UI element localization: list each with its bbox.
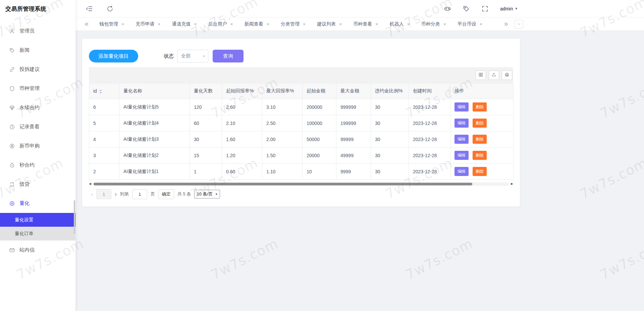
collapse-sidebar-button[interactable] <box>86 5 93 12</box>
sidebar-item-mail[interactable]: 站内信 <box>0 240 75 260</box>
export-button[interactable] <box>489 71 499 80</box>
sidebar-item-quant-settings[interactable]: 量化设置 <box>0 213 75 227</box>
sidebar-item-admin[interactable]: 管理员 <box>0 21 75 41</box>
tab-close-icon[interactable]: × <box>158 22 160 27</box>
tab-label: 后台用户 <box>208 21 227 27</box>
scroll-right-arrow-icon[interactable]: ▶ <box>511 182 513 185</box>
sidebar-scrollbar[interactable] <box>74 200 75 234</box>
sidebar-item-label: 投拆建议 <box>19 66 40 73</box>
tab-5[interactable]: 新闻查看× <box>239 17 275 31</box>
sidebar-item-new-coin[interactable]: 新币申购 <box>0 136 75 156</box>
tab-close-icon[interactable]: × <box>480 22 482 27</box>
delete-button[interactable]: 删除 <box>473 135 487 144</box>
tab-10[interactable]: 币种分类× <box>416 17 452 31</box>
scroll-left-arrow-icon[interactable]: ◀ <box>89 182 91 185</box>
prev-page-button[interactable]: ‹ <box>91 191 93 198</box>
tab-3[interactable]: 通道充值× <box>166 17 202 31</box>
sidebar-item-label: 永续合约 <box>19 104 40 111</box>
columns-icon <box>478 72 483 77</box>
search-button[interactable]: 查询 <box>213 50 244 62</box>
user-menu[interactable]: admin ▾ <box>500 6 517 11</box>
delete-button[interactable]: 删除 <box>473 102 487 112</box>
topbar: admin ▾ <box>75 0 644 17</box>
delete-button[interactable]: 删除 <box>473 167 487 176</box>
sidebar-item-perpetual[interactable]: 永续合约 <box>0 98 75 117</box>
target-icon <box>9 201 15 207</box>
gamepad-icon[interactable] <box>444 5 451 12</box>
edit-button[interactable]: 编辑 <box>454 135 469 144</box>
current-page-button[interactable]: 1 <box>96 189 111 199</box>
next-page-button[interactable]: › <box>115 191 117 198</box>
tab-close-icon[interactable]: × <box>230 22 233 27</box>
table-cell: 199999 <box>336 115 371 131</box>
app-title: 交易所管理系统 <box>0 0 75 17</box>
table-cell: 30 <box>371 147 409 164</box>
tab-close-icon[interactable]: × <box>443 22 446 27</box>
table-cell: 100000 <box>303 115 336 131</box>
delete-button[interactable]: 删除 <box>473 119 487 128</box>
page-size-select[interactable]: 10 条/页 ▼ <box>194 190 220 198</box>
sidebar-item-loan[interactable]: 借贷 <box>0 175 75 194</box>
user-icon <box>9 28 15 34</box>
delete-button[interactable]: 删除 <box>473 151 487 160</box>
tab-close-icon[interactable]: × <box>194 22 197 27</box>
scrollbar-track[interactable] <box>93 182 509 186</box>
edit-button[interactable]: 编辑 <box>454 167 469 176</box>
sidebar-item-records[interactable]: 记录查看 <box>0 117 75 136</box>
add-quant-item-button[interactable]: 添加量化项目 <box>89 50 138 62</box>
tab-close-icon[interactable]: × <box>121 22 124 27</box>
edit-button[interactable]: 编辑 <box>454 119 469 128</box>
table-cell: 5 <box>89 115 119 131</box>
main-content: 添加量化项目 状态 全部 ▾ 查询 id量化名称量化天数起始 <box>75 31 644 311</box>
confirm-page-button[interactable]: 确定 <box>158 189 174 199</box>
sort-icon[interactable] <box>99 89 102 94</box>
sidebar-item-label: 管理员 <box>19 28 35 34</box>
tab-11[interactable]: 平台币设× <box>452 17 488 31</box>
sidebar-item-currency[interactable]: 币种管理 <box>0 79 75 98</box>
tab-label: 币种查看 <box>353 21 372 27</box>
table-cell: AI量化储蓄计划5 <box>119 99 190 115</box>
sidebar-item-suggest[interactable]: 投拆建议 <box>0 60 75 79</box>
fullscreen-button[interactable] <box>481 5 489 12</box>
table-cell: 99999 <box>336 131 371 147</box>
table-cell: 200000 <box>303 99 336 115</box>
refresh-button[interactable] <box>106 5 114 12</box>
table-cell: 1.10 <box>262 164 303 180</box>
tab-4[interactable]: 后台用户× <box>203 17 239 31</box>
tab-6[interactable]: 分类管理× <box>275 17 311 31</box>
column-header-8: 违约金比例% <box>371 83 409 99</box>
user-icon <box>9 28 15 34</box>
tab-close-icon[interactable]: × <box>407 22 410 27</box>
tab-2[interactable]: 充币申请× <box>130 17 166 31</box>
tab-close-icon[interactable]: × <box>267 22 269 27</box>
tab-9[interactable]: 机器人× <box>384 17 416 31</box>
table-row: 3AI量化储蓄计划2151.201.502000049999302023-12-… <box>89 147 514 164</box>
tab-close-icon[interactable]: × <box>339 22 342 27</box>
column-header-1[interactable]: id <box>89 83 119 99</box>
tabs-menu-button[interactable] <box>515 20 523 29</box>
tab-7[interactable]: 建议列表× <box>311 17 347 31</box>
print-button[interactable] <box>502 71 512 80</box>
actions-cell: 编辑删除 <box>450 115 514 131</box>
table-cell: 2.50 <box>262 115 303 131</box>
columns-filter-button[interactable] <box>476 71 486 80</box>
pricetag-icon[interactable] <box>463 5 470 12</box>
horizontal-scrollbar[interactable]: ◀ ▶ <box>89 182 513 186</box>
sidebar-item-news[interactable]: 新闻 <box>0 41 75 60</box>
goto-page-input[interactable] <box>132 189 147 199</box>
tab-close-icon[interactable]: × <box>375 22 378 27</box>
sidebar-item-quant[interactable]: 量化 <box>0 194 75 213</box>
edit-button[interactable]: 编辑 <box>454 151 469 160</box>
tab-8[interactable]: 币种查看× <box>347 17 384 31</box>
chevrons-left-icon <box>84 21 90 27</box>
sidebar-item-seconds[interactable]: 秒合约 <box>0 156 75 175</box>
scrollbar-thumb[interactable] <box>94 183 472 185</box>
edit-button[interactable]: 编辑 <box>454 102 469 112</box>
tab-close-icon[interactable]: × <box>303 22 306 27</box>
tabs-scroll-left-button[interactable] <box>82 20 91 29</box>
tabs-scroll-right-button[interactable] <box>502 20 511 29</box>
status-select[interactable]: 全部 ▾ <box>177 50 208 62</box>
table-cell: 2023-12-28 <box>409 147 450 164</box>
sidebar-item-quant-orders[interactable]: 量化订单 <box>0 227 75 240</box>
tab-1[interactable]: 钱包管理× <box>94 17 130 31</box>
